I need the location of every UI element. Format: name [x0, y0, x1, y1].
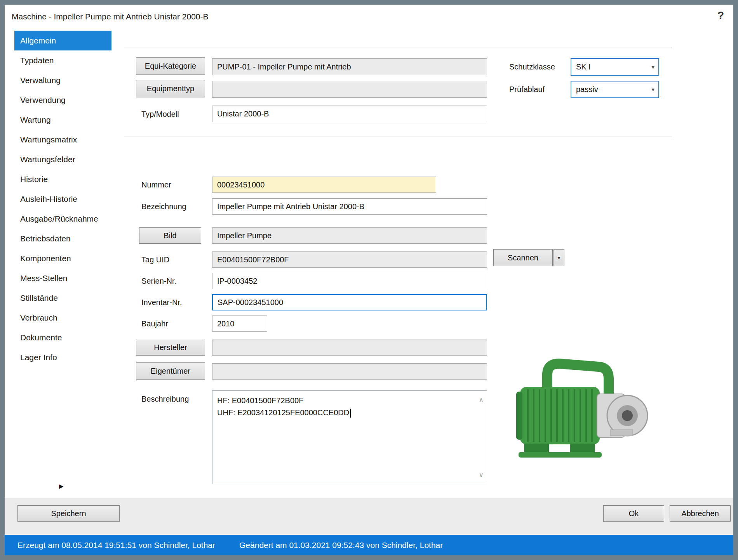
sidebar-item-betriebsdaten[interactable]: Betriebsdaten: [14, 229, 111, 248]
eigentuemer-field: [212, 363, 487, 380]
title-bar: Maschine - Impeller Pumpe mit Antrieb Un…: [5, 5, 733, 29]
pruefablauf-label: Prüfablauf: [509, 85, 545, 94]
bild-button[interactable]: Bild: [139, 227, 201, 244]
sidebar-nav: AllgemeinTypdatenVerwaltungVerwendungWar…: [14, 31, 111, 367]
status-bar: Erzeugt am 08.05.2014 19:51:51 von Schin…: [5, 535, 733, 555]
sidebar-item-lager-info[interactable]: Lager Info: [14, 347, 111, 367]
sidebar-item-verwendung[interactable]: Verwendung: [14, 90, 111, 110]
sidebar-item-wartung[interactable]: Wartung: [14, 110, 111, 130]
eigentuemer-button[interactable]: Eigentümer: [136, 362, 205, 380]
sidebar-item-verwaltung[interactable]: Verwaltung: [14, 70, 111, 90]
bezeichnung-label: Bezeichnung: [141, 202, 186, 211]
scroll-down-icon[interactable]: ∨: [479, 469, 484, 481]
created-text: Erzeugt am 08.05.2014 19:51:51 von Schin…: [17, 541, 215, 550]
baujahr-label: Baujahr: [141, 319, 168, 328]
chevron-down-icon: ▾: [557, 255, 560, 261]
speichern-button[interactable]: Speichern: [17, 505, 120, 522]
sidebar-item-komponenten[interactable]: Komponenten: [14, 248, 111, 268]
sidebar-item-allgemein[interactable]: Allgemein: [14, 31, 111, 50]
beschreibung-textarea[interactable]: HF: E00401500F72B00F UHF: E20034120125FE…: [212, 390, 487, 484]
hersteller-button[interactable]: Hersteller: [136, 339, 205, 356]
nummer-label: Nummer: [141, 180, 171, 189]
serien-nr-input[interactable]: [212, 273, 487, 289]
bezeichnung-input[interactable]: [212, 198, 487, 215]
sidebar-item-stillstände[interactable]: Stillstände: [14, 288, 111, 308]
scannen-dropdown-button[interactable]: ▾: [554, 249, 564, 266]
schutzklasse-label: Schutzklasse: [509, 62, 555, 71]
sidebar-item-historie[interactable]: Historie: [14, 169, 111, 189]
serien-nr-label: Serien-Nr.: [141, 277, 176, 286]
tag-uid-label: Tag UID: [141, 255, 169, 264]
separator-bottom: [124, 137, 672, 137]
inventar-nr-label: Inventar-Nr.: [141, 298, 182, 307]
beschreibung-label: Beschreibung: [141, 395, 189, 404]
chevron-down-icon: ▾: [651, 64, 654, 71]
schutzklasse-dropdown[interactable]: SK I ▾: [571, 58, 659, 76]
pruefablauf-dropdown[interactable]: passiv ▾: [571, 81, 659, 98]
equipmenttyp-field: [212, 81, 487, 98]
equi-kategorie-button[interactable]: Equi-Kategorie: [136, 57, 205, 75]
scroll-up-icon[interactable]: ∧: [479, 394, 484, 406]
schutzklasse-value: SK I: [576, 62, 591, 71]
inventar-nr-input[interactable]: [212, 294, 487, 310]
typ-modell-input[interactable]: [212, 106, 487, 122]
sidebar-item-verbrauch[interactable]: Verbrauch: [14, 308, 111, 328]
sidebar-item-typdaten[interactable]: Typdaten: [14, 50, 111, 70]
sidebar-item-ausgabe-rücknahme[interactable]: Ausgabe/Rücknahme: [14, 209, 111, 229]
pruefablauf-value: passiv: [576, 85, 598, 94]
help-icon[interactable]: ?: [717, 9, 724, 22]
sidebar-item-ausleih-historie[interactable]: Ausleih-Historie: [14, 189, 111, 209]
equi-kategorie-field: PUMP-01 - Impeller Pumpe mit Antrieb: [212, 58, 487, 75]
scannen-button[interactable]: Scannen: [493, 249, 553, 266]
text-cursor: [350, 409, 351, 418]
baujahr-input[interactable]: [212, 316, 267, 332]
sidebar-more-arrow-icon[interactable]: ▶: [59, 483, 64, 490]
abbrechen-button[interactable]: Abbrechen: [670, 505, 731, 522]
chevron-down-icon: ▾: [651, 86, 654, 93]
dialog-window: Maschine - Impeller Pumpe mit Antrieb Un…: [5, 5, 733, 555]
bild-field: Impeller Pumpe: [212, 227, 487, 244]
modified-text: Geändert am 01.03.2021 09:52:43 von Schi…: [239, 541, 443, 550]
typ-modell-label: Typ/Modell: [141, 110, 179, 119]
product-photo: [508, 347, 658, 473]
hersteller-field: [212, 340, 487, 356]
separator-top: [124, 47, 672, 47]
sidebar-item-mess-stellen[interactable]: Mess-Stellen: [14, 268, 111, 288]
sidebar-item-wartungsfelder[interactable]: Wartungsfelder: [14, 149, 111, 169]
pump-illustration: [508, 347, 658, 473]
nummer-input[interactable]: [212, 177, 436, 193]
tag-uid-value: E00401500F72B00F: [217, 255, 289, 264]
equipmenttyp-button[interactable]: Equipmenttyp: [136, 80, 205, 97]
sidebar-item-wartungsmatrix[interactable]: Wartungsmatrix: [14, 130, 111, 149]
beschreibung-line-2: UHF: E20034120125FE0000CCE0DD: [217, 407, 473, 419]
equi-kategorie-value: PUMP-01 - Impeller Pumpe mit Antrieb: [217, 62, 351, 71]
ok-button[interactable]: Ok: [603, 505, 664, 522]
window-title: Maschine - Impeller Pumpe mit Antrieb Un…: [12, 12, 209, 21]
window-frame: Maschine - Impeller Pumpe mit Antrieb Un…: [0, 0, 738, 560]
bild-value: Impeller Pumpe: [217, 231, 272, 240]
beschreibung-line-1: HF: E00401500F72B00F: [217, 395, 473, 407]
sidebar-item-dokumente[interactable]: Dokumente: [14, 328, 111, 347]
tag-uid-field: E00401500F72B00F: [212, 251, 487, 268]
